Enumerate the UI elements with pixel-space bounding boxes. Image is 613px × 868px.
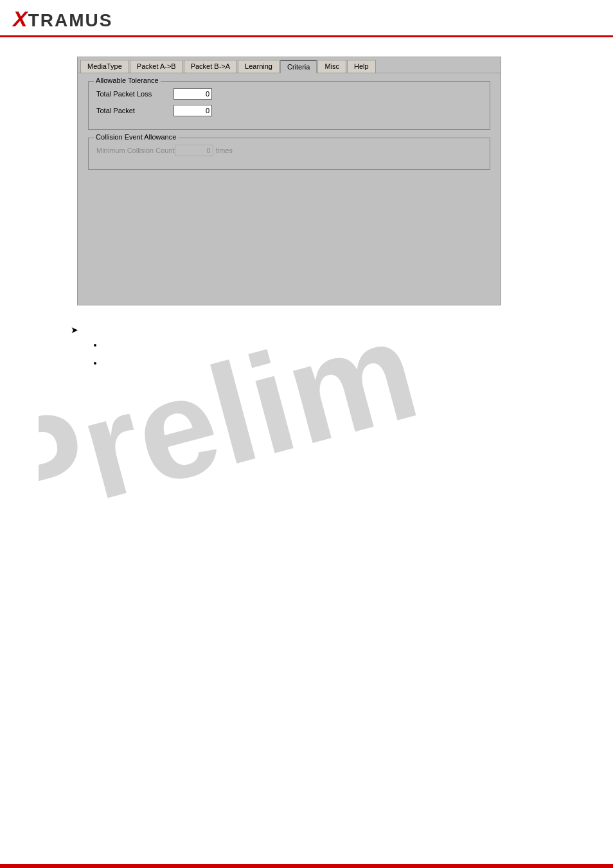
allowable-tolerance-group: Allowable Tolerance Total Packet Loss To… <box>88 81 490 130</box>
bullet-list <box>64 340 600 367</box>
main-content: MediaType Packet A->B Packet B->A Learni… <box>0 37 613 318</box>
logo-x: X <box>13 6 28 31</box>
footer-bar <box>0 864 613 868</box>
tab-help[interactable]: Help <box>347 60 376 73</box>
logo-rest: TRAMUS <box>28 10 113 30</box>
tab-panel: MediaType Packet A->B Packet B->A Learni… <box>77 57 501 305</box>
tab-content-criteria: Allowable Tolerance Total Packet Loss To… <box>78 73 501 305</box>
total-packet-loss-input[interactable] <box>173 88 212 100</box>
total-packet-input[interactable] <box>173 105 212 116</box>
minimum-collision-input <box>175 145 213 156</box>
tab-criteria[interactable]: Criteria <box>280 60 317 73</box>
collision-event-title: Collision Event Allowance <box>94 133 178 141</box>
total-packet-loss-label: Total Packet Loss <box>96 90 173 98</box>
minimum-collision-label: Minimum Collision Count <box>96 147 175 154</box>
list-item <box>103 358 600 367</box>
header: XTRAMUS <box>0 0 613 37</box>
minimum-collision-row: Minimum Collision Count times <box>96 145 482 156</box>
total-packet-loss-row: Total Packet Loss <box>96 88 482 100</box>
tab-bar: MediaType Packet A->B Packet B->A Learni… <box>78 57 501 73</box>
list-item <box>103 340 600 349</box>
collision-event-group: Collision Event Allowance Minimum Collis… <box>88 138 490 170</box>
tab-packet-ab[interactable]: Packet A->B <box>130 60 183 73</box>
tab-learning[interactable]: Learning <box>238 60 280 73</box>
logo: XTRAMUS <box>13 6 112 32</box>
total-packet-label: Total Packet <box>96 107 173 114</box>
tab-mediatype[interactable]: MediaType <box>80 60 129 73</box>
tab-misc[interactable]: Misc <box>317 60 346 73</box>
total-packet-row: Total Packet <box>96 105 482 116</box>
bullets-section: ➤ <box>0 318 613 383</box>
bullet-arrow: ➤ <box>64 325 600 335</box>
tab-packet-ba[interactable]: Packet B->A <box>184 60 237 73</box>
times-suffix: times <box>216 147 233 154</box>
allowable-tolerance-title: Allowable Tolerance <box>94 77 161 84</box>
